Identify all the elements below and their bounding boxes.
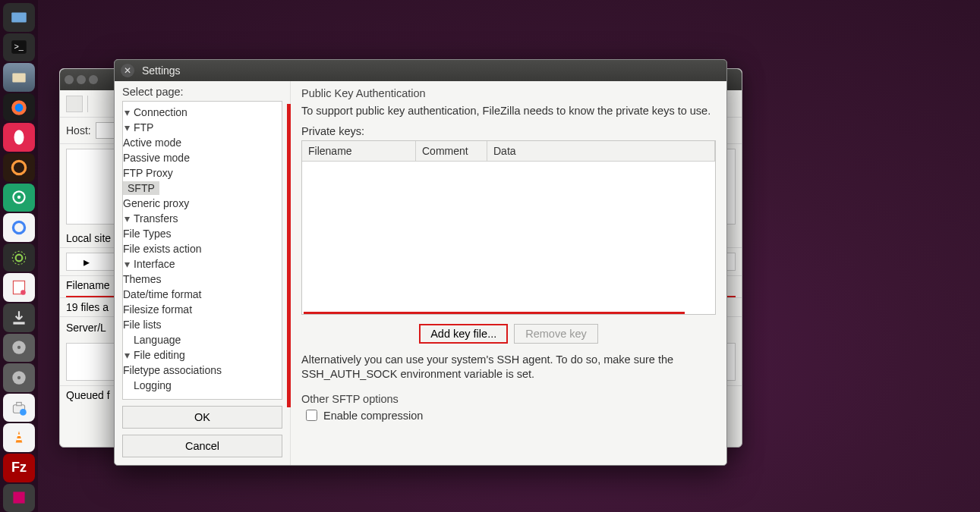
column-comment[interactable]: Comment	[416, 141, 487, 161]
launcher-item-other-icon[interactable]	[3, 484, 35, 513]
tree-active-mode[interactable]: Active mode	[123, 135, 282, 150]
highlight-underline	[304, 312, 685, 314]
launcher-item-opera-icon[interactable]	[3, 123, 35, 152]
svg-rect-21	[17, 402, 22, 405]
tree-transfers[interactable]: ▾Transfers	[123, 211, 282, 226]
svg-point-6	[14, 130, 24, 145]
enable-compression-checkbox[interactable]	[306, 410, 317, 421]
settings-title: Settings	[142, 64, 181, 77]
launcher-item-disk1-icon[interactable]	[3, 334, 35, 363]
launcher-item-vlc-icon[interactable]	[3, 423, 35, 452]
svg-rect-0	[11, 12, 27, 22]
caret-down-icon: ▾	[123, 212, 131, 225]
public-key-auth-label: Public Key Authentication	[301, 87, 716, 99]
caret-down-icon: ▾	[123, 258, 131, 270]
svg-rect-23	[17, 435, 20, 436]
ubuntu-launcher: >_ Fz	[0, 0, 38, 512]
svg-rect-24	[17, 438, 22, 440]
settings-titlebar[interactable]: ✕ Settings	[115, 60, 726, 81]
filezilla-icon-text: Fz	[11, 460, 27, 476]
svg-point-5	[15, 103, 24, 112]
svg-rect-15	[13, 322, 24, 324]
tree-interface[interactable]: ▾Interface	[123, 256, 282, 272]
svg-text:>_: >_	[14, 42, 24, 52]
caret-down-icon: ▾	[123, 106, 131, 118]
host-label: Host:	[66, 124, 91, 137]
remove-key-button: Remove key	[514, 324, 598, 344]
svg-point-17	[17, 346, 20, 349]
svg-point-10	[13, 221, 24, 233]
svg-point-7	[12, 161, 25, 174]
tree-themes[interactable]: Themes	[123, 272, 282, 287]
tree-filetype-assoc[interactable]: Filetype associations	[123, 363, 282, 378]
launcher-item-firefox-icon[interactable]	[3, 93, 35, 122]
svg-point-22	[20, 409, 27, 416]
select-page-label: Select page:	[122, 86, 282, 98]
table-header-row: Filename Comment Data	[302, 141, 715, 162]
enable-compression-label[interactable]: Enable compression	[323, 410, 423, 422]
tree-file-types[interactable]: File Types	[123, 226, 282, 241]
column-filename[interactable]: Filename	[302, 141, 416, 161]
tree-logging[interactable]: Logging	[123, 378, 282, 393]
other-sftp-options-label: Other SFTP options	[301, 393, 716, 405]
cancel-button[interactable]: Cancel	[122, 435, 282, 457]
ok-button[interactable]: OK	[122, 406, 282, 429]
private-keys-label: Private keys:	[301, 125, 716, 137]
column-data[interactable]: Data	[487, 141, 715, 161]
tree-passive-mode[interactable]: Passive mode	[123, 150, 282, 165]
public-key-auth-description: To support public key authentication, Fi…	[301, 104, 716, 119]
caret-down-icon: ▾	[123, 121, 131, 133]
tree-generic-proxy[interactable]: Generic proxy	[123, 196, 282, 211]
launcher-item-filezilla-icon[interactable]: Fz	[3, 454, 35, 482]
launcher-item-terminal-icon[interactable]: >_	[3, 33, 35, 62]
launcher-item-settings-icon[interactable]	[3, 243, 35, 272]
ssh-agent-hint: Alternatively you can use your system's …	[301, 353, 716, 382]
tree-datetime[interactable]: Date/time format	[123, 287, 282, 302]
launcher-item-google-icon[interactable]	[3, 213, 35, 242]
launcher-item-files-icon[interactable]	[3, 3, 35, 32]
close-icon[interactable]	[65, 75, 74, 84]
svg-point-11	[16, 254, 23, 261]
svg-point-19	[17, 376, 20, 379]
svg-rect-3	[12, 74, 25, 83]
svg-point-9	[17, 196, 20, 199]
launcher-item-nautilus-icon[interactable]	[3, 63, 35, 92]
maximize-icon[interactable]	[89, 75, 98, 84]
add-key-file-button[interactable]: Add key file...	[419, 324, 508, 344]
tree-file-exists[interactable]: File exists action	[123, 241, 282, 256]
minimize-icon[interactable]	[77, 75, 86, 84]
private-keys-list[interactable]	[302, 162, 715, 314]
caret-down-icon: ▾	[123, 349, 131, 361]
svg-point-12	[12, 251, 25, 264]
settings-left-panel: Select page: ▾Connection ▾FTP Active mod…	[115, 81, 291, 465]
tree-file-editing[interactable]: ▾File editing	[123, 347, 282, 363]
launcher-item-disk2-icon[interactable]	[3, 363, 35, 392]
settings-tree[interactable]: ▾Connection ▾FTP Active mode Passive mod…	[122, 101, 282, 400]
settings-dialog: ✕ Settings Select page: ▾Connection ▾FTP…	[114, 59, 727, 466]
private-keys-table[interactable]: Filename Comment Data	[301, 140, 716, 315]
highlight-strip	[287, 104, 291, 407]
svg-point-14	[20, 290, 25, 295]
tree-ftp-proxy[interactable]: FTP Proxy	[123, 165, 282, 181]
launcher-item-shutter-icon[interactable]	[3, 184, 35, 212]
tree-filelists[interactable]: File lists	[123, 317, 282, 332]
tree-connection[interactable]: ▾Connection	[123, 105, 282, 120]
launcher-item-software-center-icon[interactable]	[3, 394, 35, 422]
close-icon[interactable]: ✕	[121, 64, 134, 77]
tree-language[interactable]: Language	[123, 332, 282, 347]
toolbar-sitemanager-icon[interactable]	[66, 96, 83, 112]
settings-right-panel: Public Key Authentication To support pub…	[291, 81, 726, 465]
launcher-item-updater-icon[interactable]	[3, 153, 35, 182]
tree-ftp[interactable]: ▾FTP	[123, 120, 282, 135]
tree-sftp[interactable]: SFTP	[123, 181, 282, 196]
svg-rect-25	[13, 492, 24, 504]
launcher-item-downloads-icon[interactable]	[3, 303, 35, 332]
tree-filesize[interactable]: Filesize format	[123, 302, 282, 317]
launcher-item-notes-icon[interactable]	[3, 273, 35, 302]
